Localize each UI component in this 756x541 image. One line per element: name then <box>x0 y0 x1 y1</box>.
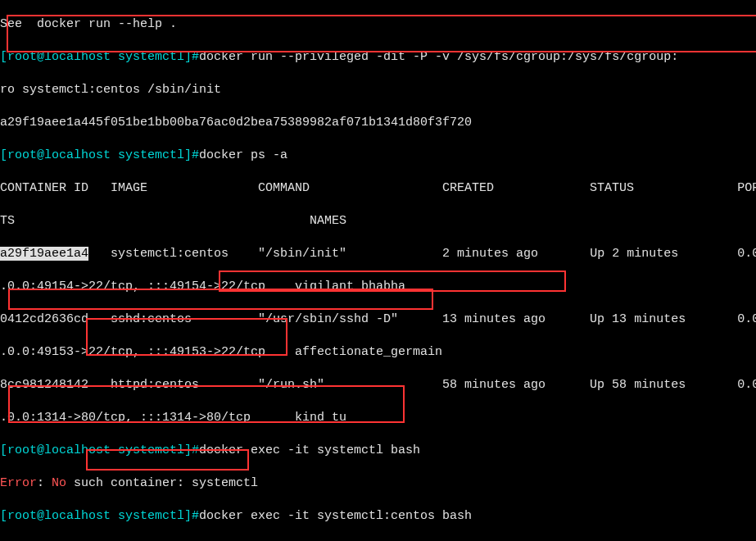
line: See docker run --help . <box>0 16 756 33</box>
text: .0.0:49154->22/tcp, :::49154->22/tcp vig… <box>0 280 405 293</box>
text: TS NAMES <box>0 214 346 228</box>
text: such container: systemctl <box>66 476 258 490</box>
text: CONTAINER ID IMAGE COMMAND CREATED STATU… <box>0 181 756 195</box>
line: [root@localhost systemctl]#docker ps -a <box>0 148 756 164</box>
table-row: .0.0:1314->80/tcp, :::1314->80/tcp kind_… <box>0 410 756 426</box>
prompt: [root@localhost systemctl]# <box>0 509 199 523</box>
table-row: .0.0:49154->22/tcp, :::49154->22/tcp vig… <box>0 279 756 295</box>
output-text: a29f19aee1a445f051be1bb00ba76ac0d2bea753… <box>0 116 472 130</box>
text: See docker run --help . <box>0 17 177 31</box>
prompt: [root@localhost systemctl]# <box>0 148 199 162</box>
command-text: docker exec -it systemctl bash <box>199 443 420 457</box>
line: a29f19aee1a445f051be1bb00ba76ac0d2bea753… <box>0 115 756 131</box>
table-header: CONTAINER ID IMAGE COMMAND CREATED STATU… <box>0 180 756 197</box>
terminal[interactable]: See docker run --help . [root@localhost … <box>0 0 756 541</box>
text: systemctl:centos "/sbin/init" 2 minutes … <box>88 247 756 261</box>
prompt: [root@localhost systemctl]# <box>0 443 199 457</box>
text: 0412cd2636cd sshd:centos "/usr/sbin/sshd… <box>0 312 756 326</box>
error-line: Error: No such container: systemctl <box>0 475 756 492</box>
table-row: 0412cd2636cd sshd:centos "/usr/sbin/sshd… <box>0 311 756 328</box>
text: .0.0:49153->22/tcp, :::49153->22/tcp aff… <box>0 345 442 359</box>
container-id-highlight: a29f19aee1a4 <box>0 247 88 261</box>
table-row: a29f19aee1a4 systemctl:centos "/sbin/ini… <box>0 246 756 262</box>
error-label: No <box>52 476 66 490</box>
command-text: docker ps -a <box>199 148 287 162</box>
table-row: 8cc981248142 httpd:centos "/run.sh" 58 m… <box>0 377 756 393</box>
line: ro systemctl:centos /sbin/init <box>0 82 756 98</box>
text: 8cc981248142 httpd:centos "/run.sh" 58 m… <box>0 378 756 392</box>
line: [root@localhost systemctl]#docker run --… <box>0 49 756 66</box>
table-header: TS NAMES <box>0 213 756 230</box>
table-row: .0.0:49153->22/tcp, :::49153->22/tcp aff… <box>0 344 756 361</box>
command-text: docker exec -it systemctl:centos bash <box>199 509 472 523</box>
error-label: Error <box>0 476 37 490</box>
line: [root@localhost systemctl]#docker exec -… <box>0 443 756 459</box>
command-text: ro systemctl:centos /sbin/init <box>0 83 221 97</box>
text: : <box>37 476 52 490</box>
text: .0.0:1314->80/tcp, :::1314->80/tcp kind_… <box>0 411 346 425</box>
prompt: [root@localhost systemctl]# <box>0 50 199 64</box>
line: [root@localhost systemctl]#docker exec -… <box>0 508 756 525</box>
command-text: docker run --privileged -dit -P -v /sys/… <box>199 50 678 64</box>
